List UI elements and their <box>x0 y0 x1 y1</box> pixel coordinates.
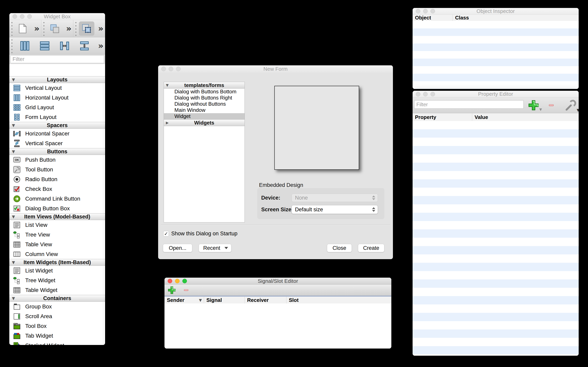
adjust-vertical-button[interactable] <box>77 39 92 53</box>
zoom-button[interactable] <box>430 92 435 96</box>
template-item-dialog-with-buttons-right[interactable]: Dialog with Buttons Right <box>164 95 244 101</box>
lay-vertical-button[interactable] <box>37 39 52 53</box>
section-header-containers[interactable]: ▼Containers <box>9 295 105 302</box>
widget-item-list-view[interactable]: List View <box>9 220 105 230</box>
widget-item-vertical-layout[interactable]: Vertical Layout <box>9 83 105 93</box>
widgets-overlap-button[interactable] <box>47 21 62 36</box>
section-header-layouts[interactable]: ▼Layouts <box>9 76 105 83</box>
column-header-class[interactable]: Class <box>453 15 579 21</box>
template-item-dialog-with-buttons-bottom[interactable]: Dialog with Buttons Bottom <box>164 89 244 95</box>
minimize-button[interactable] <box>423 9 428 14</box>
widget-item-tree-view[interactable]: Tree View <box>9 230 105 240</box>
close-button[interactable]: Close <box>327 244 352 252</box>
widget-item-table-view[interactable]: Table View <box>9 240 105 249</box>
tree-group-widgets[interactable]: ▶Widgets <box>164 119 244 126</box>
widget-item-column-view[interactable]: Column View <box>9 249 105 259</box>
zoom-button[interactable] <box>182 279 187 284</box>
property-editor-titlebar[interactable]: Property Editor <box>412 91 579 98</box>
widget-item-horizontal-spacer[interactable]: Horizontal Spacer <box>9 129 105 138</box>
widget-item-list-widget[interactable]: List Widget <box>9 266 105 275</box>
minimize-button[interactable] <box>20 14 25 19</box>
zoom-button[interactable] <box>430 9 435 14</box>
lay-horizontal-button[interactable] <box>17 39 33 53</box>
add-dynamic-property-button[interactable] <box>527 99 540 111</box>
recent-dropdown-button[interactable]: Recent <box>199 244 231 252</box>
widget-item-tool-button[interactable]: Tool Button <box>9 165 105 174</box>
widget-item-scroll-area[interactable]: Scroll Area <box>9 311 105 321</box>
create-button[interactable]: Create <box>358 244 384 252</box>
screen-size-select[interactable]: Default size <box>292 205 378 214</box>
section-header-buttons[interactable]: ▼Buttons <box>9 148 105 155</box>
widget-item-form-layout[interactable]: Form Layout <box>9 112 105 122</box>
drag-handle-icon[interactable] <box>11 21 13 36</box>
tree-group-templates-forms[interactable]: ▼templates/forms <box>164 82 244 89</box>
widget-item-tree-widget[interactable]: Tree Widget <box>9 275 105 285</box>
column-header-sender[interactable]: Sender ▼ <box>165 297 204 304</box>
drag-handle-icon[interactable] <box>43 21 45 36</box>
widget-item-tool-box[interactable]: Tool Box <box>9 321 105 331</box>
widget-item-vertical-spacer[interactable]: Vertical Spacer <box>9 138 105 148</box>
embedded-design-label: Embedded Design <box>259 182 303 188</box>
stepper-icon <box>372 207 375 212</box>
close-button[interactable] <box>416 92 420 96</box>
object-inspector-titlebar[interactable]: Object Inspector <box>412 8 579 15</box>
property-filter-input[interactable] <box>414 100 524 109</box>
overflow-chevron-icon[interactable]: » <box>33 24 41 33</box>
widget-item-stacked-widget[interactable]: Stacked Widget <box>9 341 105 345</box>
show-dialog-on-startup-checkbox[interactable]: ✓ <box>163 231 169 236</box>
column-header-slot[interactable]: Slot <box>286 297 391 304</box>
new-form-titlebar[interactable]: New Form <box>158 65 393 73</box>
widget-filter-input[interactable] <box>10 55 104 63</box>
template-item-main-window[interactable]: Main Window <box>164 107 244 113</box>
widget-item-label: Check Box <box>25 186 52 192</box>
new-form-button[interactable] <box>15 21 30 36</box>
remove-dynamic-property-button[interactable] <box>545 103 557 108</box>
close-button[interactable] <box>161 67 166 71</box>
template-item-widget[interactable]: Widget <box>164 113 244 119</box>
column-header-property[interactable]: Property <box>412 113 472 121</box>
close-button[interactable] <box>416 9 420 14</box>
drag-handle-icon[interactable] <box>11 38 13 53</box>
show-dialog-on-startup-label: Show this Dialog on Startup <box>171 231 237 237</box>
add-connection-icon[interactable] <box>167 286 176 295</box>
signal-slot-titlebar[interactable]: Signal/Slot Editor <box>165 278 391 284</box>
section-header-item-views-model-based[interactable]: ▼Item Views (Model-Based) <box>9 213 105 220</box>
object-tree-body[interactable] <box>412 21 579 89</box>
connections-table-body[interactable] <box>165 303 391 349</box>
section-header-item-widgets-item-based[interactable]: ▼Item Widgets (Item-Based) <box>9 259 105 266</box>
section-header-spacers[interactable]: ▼Spacers <box>9 122 105 129</box>
zoom-button[interactable] <box>176 67 181 71</box>
widget-item-group-box[interactable]: Group Box <box>9 302 105 311</box>
column-header-signal[interactable]: Signal <box>204 297 245 304</box>
widget-box-titlebar[interactable]: Widget Box <box>9 13 105 20</box>
open-button[interactable]: Open... <box>163 244 192 252</box>
widget-item-tab-widget[interactable]: Tab Widget <box>9 331 105 341</box>
zoom-button[interactable] <box>27 14 32 19</box>
minimize-button[interactable] <box>423 92 428 96</box>
widget-item-horizontal-layout[interactable]: Horizontal Layout <box>9 93 105 102</box>
widget-item-radio-button[interactable]: Radio Button <box>9 174 105 184</box>
template-item-dialog-without-buttons[interactable]: Dialog without Buttons <box>164 101 244 107</box>
widget-item-table-widget[interactable]: Table Widget <box>9 285 105 295</box>
configure-property-editor-button[interactable] <box>564 99 577 111</box>
column-header-receiver[interactable]: Receiver <box>245 297 286 304</box>
edit-widgets-button[interactable] <box>79 21 94 36</box>
minimize-button[interactable] <box>169 67 173 71</box>
adjust-horizontal-button[interactable] <box>57 39 72 53</box>
column-header-object[interactable]: Object <box>412 15 453 21</box>
column-header-value[interactable]: Value <box>472 113 579 121</box>
remove-connection-icon[interactable] <box>182 288 191 292</box>
drag-handle-icon[interactable] <box>75 21 77 36</box>
widget-item-push-button[interactable]: OKPush Button <box>9 155 105 165</box>
widget-item-dialog-button-box[interactable]: Dialog Button Box <box>9 204 105 213</box>
widget-item-check-box[interactable]: Check Box <box>9 184 105 194</box>
overflow-chevron-icon[interactable]: » <box>97 41 105 51</box>
minimize-button[interactable] <box>175 279 180 284</box>
property-table-body[interactable] <box>412 121 579 356</box>
close-button[interactable] <box>168 279 172 284</box>
close-button[interactable] <box>13 14 17 19</box>
overflow-chevron-icon[interactable]: » <box>65 24 73 33</box>
widget-item-grid-layout[interactable]: Grid Layout <box>9 102 105 112</box>
overflow-chevron-icon[interactable]: » <box>97 24 105 33</box>
widget-item-command-link-button[interactable]: Command Link Button <box>9 194 105 204</box>
